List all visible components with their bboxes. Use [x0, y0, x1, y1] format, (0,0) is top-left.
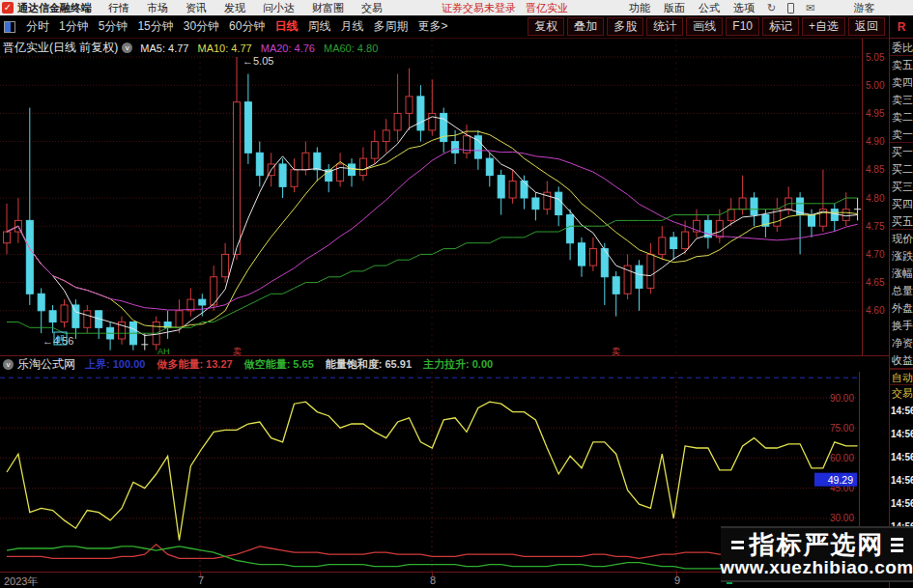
- tick-time-4: 14:56: [890, 492, 913, 516]
- month-tick: [200, 573, 201, 576]
- user-label[interactable]: 游客: [853, 1, 874, 15]
- month-tick: [676, 573, 677, 576]
- period-tab-5[interactable]: 60分钟: [224, 18, 270, 35]
- menu-item-0[interactable]: 行情: [108, 1, 129, 15]
- chevron-down-icon[interactable]: v: [122, 42, 132, 53]
- mail-icon[interactable]: ✉: [806, 2, 814, 14]
- chart-type-icon[interactable]: [4, 21, 15, 33]
- menu-right-item-2[interactable]: 公式: [699, 1, 720, 15]
- menu-item-6[interactable]: 交易: [361, 1, 383, 15]
- sidebar-action-1[interactable]: 交易: [890, 384, 913, 400]
- trade-login-status[interactable]: 证券交易未登录: [442, 1, 516, 15]
- svg-text:60.00: 60.00: [830, 453, 854, 463]
- svg-text:75.00: 75.00: [830, 423, 854, 434]
- period-tab-7[interactable]: 周线: [302, 18, 335, 35]
- main-candlestick-chart[interactable]: 5.055.004.954.904.854.804.754.704.654.60…: [0, 39, 889, 355]
- indicator-fields: 上界: 100.00做多能量: 13.27做空能量: 5.65能量饱和度: 65…: [85, 357, 504, 372]
- menu-items: 行情市场资讯发现问小达财富圈交易: [100, 1, 391, 15]
- svg-text:4.65: 4.65: [866, 277, 885, 288]
- signal-marker: 卖: [233, 347, 242, 355]
- bars-icon: [731, 541, 744, 549]
- ma-label-2: MA20: 4.76: [261, 42, 315, 54]
- period-tab-3[interactable]: 15分钟: [132, 18, 178, 35]
- bars-icon: [891, 538, 903, 552]
- indicator-field-4: 主力拉升: 0.00: [423, 357, 493, 372]
- svg-text:49.29: 49.29: [828, 474, 853, 486]
- svg-text:5.05: 5.05: [866, 52, 885, 63]
- tick-time-3: 14:56: [890, 469, 913, 492]
- signal-marker: 卖: [612, 347, 620, 355]
- period-tab-4[interactable]: 30分钟: [179, 18, 224, 35]
- quote-sidebar[interactable]: R委比卖五卖四卖三卖二卖一买一买二买三买四买五现价涨跌涨幅总量外盘换手净资收益自…: [889, 15, 913, 588]
- current-stock-name[interactable]: 晋亿实业: [526, 1, 568, 15]
- top-menu-bar: ✓ 通达信金融终端 行情市场资讯发现问小达财富圈交易 证券交易未登录 晋亿实业 …: [0, 0, 913, 15]
- year-label: 2023年: [4, 574, 38, 588]
- period-tab-6[interactable]: 日线: [270, 18, 302, 35]
- tick-time-0: 14:56: [890, 400, 913, 423]
- sidebar-tab-r[interactable]: R: [890, 15, 913, 39]
- sidebar-row-18: 收益: [890, 351, 913, 369]
- menu-right-item-0[interactable]: 功能: [629, 1, 650, 15]
- period-tab-2[interactable]: 5分钟: [94, 18, 133, 35]
- refresh-icon[interactable]: ↻: [767, 2, 776, 14]
- tdx-terminal-window: ✓ 通达信金融终端 行情市场资讯发现问小达财富圈交易 证券交易未登录 晋亿实业 …: [0, 0, 913, 588]
- tool-button-6[interactable]: 标记: [762, 17, 799, 36]
- tick-time-2: 14:56: [890, 446, 913, 469]
- sidebar-row-17: 净资: [890, 334, 913, 351]
- period-tab-0[interactable]: 分时: [21, 18, 54, 35]
- signal-marker: 解: [56, 334, 65, 344]
- high-annotation: ←5.05: [243, 55, 273, 67]
- menu-item-5[interactable]: 财富圈: [312, 1, 344, 15]
- ma-label-0: MA5: 4.77: [140, 42, 188, 54]
- menu-item-3[interactable]: 发现: [224, 1, 245, 15]
- tool-button-4[interactable]: 画线: [686, 17, 723, 36]
- tool-button-3[interactable]: 统计: [646, 17, 683, 36]
- menu-right-item-3[interactable]: 选项: [733, 1, 755, 15]
- tick-time-1: 14:56: [890, 423, 913, 446]
- sidebar-action-0[interactable]: 自动: [890, 369, 913, 384]
- indicator-collapse-icon[interactable]: v: [3, 359, 14, 370]
- menu-right-items: 功能版面公式选项: [622, 1, 761, 15]
- menu-item-2[interactable]: 资讯: [185, 1, 207, 15]
- period-tab-8[interactable]: 月线: [335, 18, 368, 35]
- ma-labels: MA5: 4.77MA10: 4.77MA20: 4.76MA60: 4.80: [140, 42, 386, 54]
- menu-item-1[interactable]: 市场: [147, 1, 168, 15]
- period-tab-1[interactable]: 1分钟: [54, 18, 94, 35]
- app-title: 通达信金融终端: [17, 1, 92, 15]
- indicator-source: 乐淘公式网: [17, 356, 75, 373]
- month-tick: [432, 573, 433, 576]
- sidebar-row-11: 现价: [890, 230, 913, 247]
- watermark-title: 指标严选网: [731, 531, 903, 558]
- tool-button-5[interactable]: F10: [726, 17, 759, 36]
- tool-button-8[interactable]: 返回: [848, 17, 885, 36]
- sidebar-row-3: 卖三: [890, 91, 913, 108]
- svg-text:4.90: 4.90: [866, 136, 885, 147]
- mobile-icon[interactable]: [787, 3, 794, 14]
- svg-text:4.95: 4.95: [866, 108, 885, 119]
- sidebar-row-1: 卖五: [890, 56, 913, 73]
- month-label-0: 7: [198, 574, 204, 586]
- tool-buttons: 复权叠加多股统计画线F10标记+自选返回: [525, 17, 885, 36]
- period-tab-10[interactable]: 更多>: [413, 18, 452, 35]
- period-tab-9[interactable]: 多周期: [368, 18, 413, 35]
- svg-text:90.00: 90.00: [830, 393, 854, 404]
- month-label-1: 8: [430, 574, 436, 586]
- sidebar-row-14: 总量: [890, 282, 913, 299]
- watermark-url: www.xuezhibiao.com: [720, 558, 913, 577]
- sidebar-row-5: 卖一: [890, 126, 913, 143]
- menu-right-item-1[interactable]: 版面: [664, 1, 685, 15]
- period-toolbar: 分时1分钟5分钟15分钟30分钟60分钟日线周线月线多周期更多> 复权叠加多股统…: [0, 15, 889, 39]
- price-gridlines: [0, 39, 861, 355]
- tool-button-1[interactable]: 叠加: [567, 17, 604, 36]
- app-logo-icon[interactable]: ✓: [2, 2, 14, 14]
- signal-marker: AH: [157, 347, 170, 355]
- period-tabs: 分时1分钟5分钟15分钟30分钟60分钟日线周线月线多周期更多>: [21, 18, 452, 35]
- tool-button-7[interactable]: +自选: [802, 17, 845, 36]
- menu-item-4[interactable]: 问小达: [263, 1, 295, 15]
- tool-button-2[interactable]: 多股: [607, 17, 643, 36]
- svg-text:4.75: 4.75: [866, 221, 885, 232]
- sidebar-row-0: 委比: [890, 39, 913, 56]
- tool-button-0[interactable]: 复权: [528, 17, 564, 36]
- chart-title: 晋亿实业(日线 前复权): [3, 40, 118, 56]
- month-label-2: 9: [674, 574, 680, 586]
